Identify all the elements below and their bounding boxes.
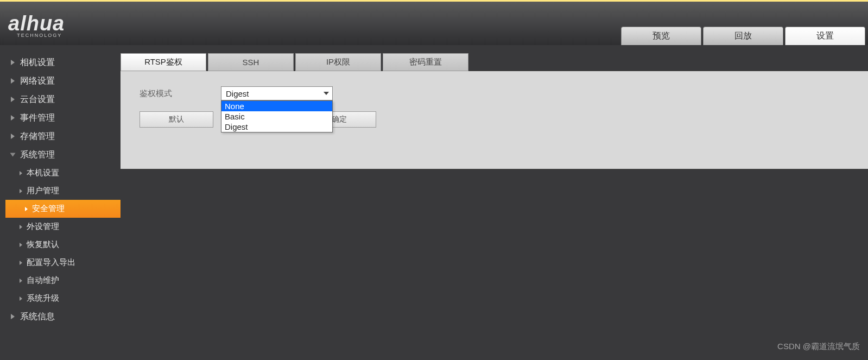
tab-preview[interactable]: 预览 <box>621 27 701 45</box>
brand-logo: alhua TECHNOLOGY <box>0 13 65 34</box>
sidebar-item-network[interactable]: 网络设置 <box>0 72 121 90</box>
option-digest[interactable]: Digest <box>221 122 332 132</box>
sidebar-sub-label: 系统升级 <box>27 293 59 304</box>
button-label: 确定 <box>332 115 347 124</box>
tab-settings[interactable]: 设置 <box>785 27 865 45</box>
logo-subtitle: TECHNOLOGY <box>17 33 62 38</box>
tab-label: 密码重置 <box>409 57 442 67</box>
sidebar-label: 云台设置 <box>20 94 55 105</box>
sidebar-label: 存储管理 <box>20 131 55 142</box>
sidebar-sub-config[interactable]: 配置导入导出 <box>0 254 121 271</box>
tab-playback[interactable]: 回放 <box>703 27 783 45</box>
select-value: Digest <box>226 89 249 98</box>
auth-mode-select[interactable]: Digest None Basic Digest <box>221 86 333 100</box>
tab-label: SSH <box>243 58 259 67</box>
sidebar-sub-restore[interactable]: 恢复默认 <box>0 236 121 254</box>
option-label: None <box>225 102 244 111</box>
tab-ssh[interactable]: SSH <box>208 53 294 71</box>
chevron-right-icon <box>20 296 22 301</box>
option-label: Basic <box>225 112 245 121</box>
chevron-right-icon <box>20 261 22 265</box>
option-none[interactable]: None <box>221 101 332 111</box>
sidebar-sub-security[interactable]: 安全管理 <box>5 200 121 218</box>
sidebar-sub-label: 安全管理 <box>32 204 65 214</box>
sidebar-label: 事件管理 <box>20 112 55 124</box>
chevron-right-icon <box>25 207 28 211</box>
chevron-right-icon <box>20 243 22 247</box>
tab-label: IP权限 <box>326 57 350 67</box>
tab-rtsp-auth[interactable]: RTSP鉴权 <box>121 53 206 71</box>
chevron-right-icon <box>20 279 22 283</box>
content-tabs: RTSP鉴权 SSH IP权限 密码重置 <box>121 53 868 71</box>
chevron-down-icon <box>10 153 16 157</box>
sidebar-label: 系统管理 <box>20 149 55 161</box>
logo-text: alhua <box>8 12 65 35</box>
chevron-right-icon <box>11 97 15 102</box>
main-nav-tabs: 预览 回放 设置 <box>621 27 865 45</box>
chevron-right-icon <box>20 171 22 175</box>
button-label: 默认 <box>169 115 184 124</box>
sidebar-sub-upgrade[interactable]: 系统升级 <box>0 289 121 307</box>
header: alhua TECHNOLOGY 预览 回放 设置 <box>0 2 868 45</box>
sidebar-label: 相机设置 <box>20 57 55 68</box>
sidebar-item-system[interactable]: 系统管理 <box>0 146 121 164</box>
tab-label: RTSP鉴权 <box>144 57 182 67</box>
sidebar-item-storage[interactable]: 存储管理 <box>0 127 121 146</box>
default-button[interactable]: 默认 <box>140 111 213 128</box>
option-label: Digest <box>225 122 248 131</box>
tab-preview-label: 预览 <box>652 30 670 42</box>
sidebar-label: 系统信息 <box>20 311 55 323</box>
auth-mode-label: 鉴权模式 <box>140 89 183 99</box>
watermark: CSDN @霸道流氓气质 <box>777 342 860 352</box>
tab-playback-label: 回放 <box>734 30 752 42</box>
sidebar: 相机设置 网络设置 云台设置 事件管理 存储管理 系统管理 本机设置 用户管理 … <box>0 45 121 360</box>
chevron-right-icon <box>11 78 15 84</box>
tab-ip-limit[interactable]: IP权限 <box>295 53 381 71</box>
settings-panel: 鉴权模式 Digest None Basic Digest 默认 确定 <box>121 71 868 169</box>
chevron-right-icon <box>11 115 15 121</box>
tab-password-reset[interactable]: 密码重置 <box>383 53 468 71</box>
chevron-right-icon <box>11 134 15 139</box>
chevron-down-icon <box>324 92 329 95</box>
sidebar-sub-label: 自动维护 <box>27 275 59 286</box>
chevron-right-icon <box>11 60 15 65</box>
content-area: RTSP鉴权 SSH IP权限 密码重置 鉴权模式 Digest None Ba… <box>121 45 868 360</box>
tab-settings-label: 设置 <box>816 30 834 42</box>
auth-mode-row: 鉴权模式 Digest None Basic Digest <box>140 86 849 100</box>
auth-mode-dropdown: None Basic Digest <box>221 100 333 132</box>
sidebar-item-ptz[interactable]: 云台设置 <box>0 90 121 109</box>
sidebar-label: 网络设置 <box>20 75 55 87</box>
sidebar-item-camera[interactable]: 相机设置 <box>0 53 121 72</box>
sidebar-sub-user[interactable]: 用户管理 <box>0 182 121 200</box>
sidebar-sub-label: 本机设置 <box>27 168 59 178</box>
sidebar-sub-label: 配置导入导出 <box>27 257 75 268</box>
sidebar-sub-peripheral[interactable]: 外设管理 <box>0 218 121 236</box>
sidebar-sub-local[interactable]: 本机设置 <box>0 164 121 182</box>
chevron-right-icon <box>11 314 15 319</box>
sidebar-sub-auto[interactable]: 自动维护 <box>0 271 121 289</box>
sidebar-item-event[interactable]: 事件管理 <box>0 109 121 127</box>
sidebar-sub-label: 外设管理 <box>27 222 59 232</box>
sidebar-sub-label: 恢复默认 <box>27 239 59 250</box>
chevron-right-icon <box>20 225 22 229</box>
sidebar-sub-label: 用户管理 <box>27 186 59 196</box>
option-basic[interactable]: Basic <box>221 111 332 122</box>
chevron-right-icon <box>20 189 22 193</box>
main-area: 相机设置 网络设置 云台设置 事件管理 存储管理 系统管理 本机设置 用户管理 … <box>0 45 868 360</box>
sidebar-item-info[interactable]: 系统信息 <box>0 307 121 326</box>
